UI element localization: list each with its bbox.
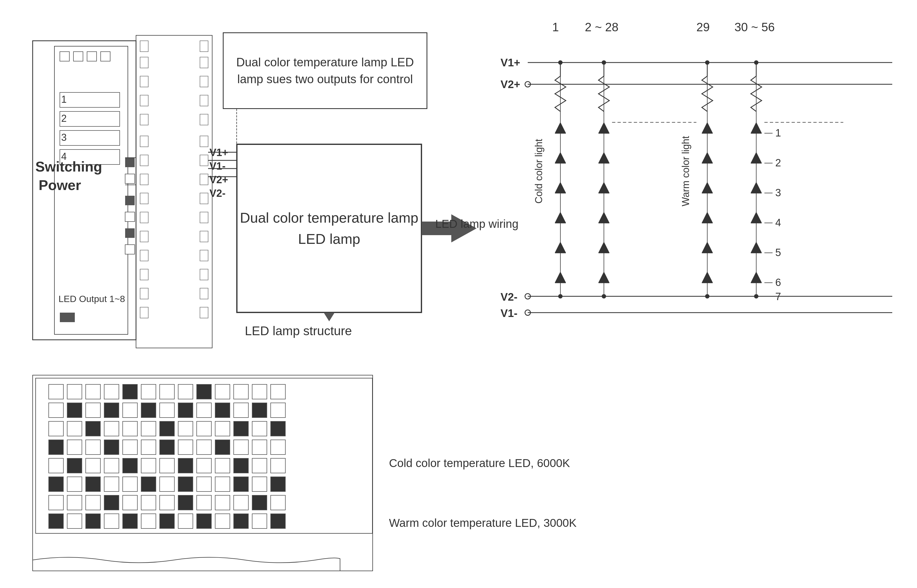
led-black xyxy=(178,458,193,473)
svg-marker-93 xyxy=(598,242,609,253)
led-white xyxy=(252,421,267,436)
svg-rect-36 xyxy=(200,95,208,106)
led-white xyxy=(122,495,138,510)
led-row-5 xyxy=(41,456,367,475)
led-black xyxy=(159,514,175,529)
led-white xyxy=(215,421,230,436)
led-white xyxy=(141,495,156,510)
led-black xyxy=(233,458,249,473)
channel-1-label: 1 xyxy=(61,94,66,105)
led-black xyxy=(178,402,193,418)
callout-box: Dual color temperature lamp LED lamp sue… xyxy=(223,32,427,109)
svg-marker-75 xyxy=(555,242,566,253)
svg-rect-34 xyxy=(200,57,208,68)
led-white xyxy=(215,477,230,492)
led-black xyxy=(252,495,267,510)
svg-marker-84 xyxy=(598,152,609,163)
svg-rect-9 xyxy=(125,212,134,221)
led-black xyxy=(49,439,64,455)
led-white xyxy=(67,514,82,529)
circuit-v2-plus: V2+ xyxy=(501,78,520,90)
led-black xyxy=(104,402,119,418)
channel-2-label: 2 xyxy=(61,113,66,124)
led-black xyxy=(86,421,100,436)
svg-marker-132 xyxy=(751,272,761,283)
svg-rect-16 xyxy=(60,313,75,322)
led-white xyxy=(122,477,138,492)
led-white xyxy=(233,384,249,399)
svg-marker-87 xyxy=(598,182,609,193)
row-num-6: 6 xyxy=(775,277,781,288)
svg-marker-81 xyxy=(598,122,609,133)
led-black xyxy=(159,421,175,436)
svg-marker-105 xyxy=(702,182,713,193)
led-white xyxy=(141,421,156,436)
svg-rect-13 xyxy=(73,52,83,61)
svg-rect-7 xyxy=(125,174,134,184)
led-white xyxy=(159,495,175,510)
led-white xyxy=(159,402,175,418)
led-white xyxy=(178,421,193,436)
led-white xyxy=(271,495,286,510)
led-grid xyxy=(36,378,373,534)
svg-point-144 xyxy=(705,294,710,299)
led-black xyxy=(271,421,286,436)
svg-marker-102 xyxy=(702,152,713,163)
led-black xyxy=(67,402,82,418)
led-black xyxy=(233,421,249,436)
led-black xyxy=(122,458,138,473)
svg-marker-120 xyxy=(751,152,761,163)
led-white xyxy=(104,421,119,436)
svg-rect-43 xyxy=(200,231,208,242)
svg-marker-72 xyxy=(555,212,566,223)
led-black xyxy=(252,402,267,418)
led-white xyxy=(49,402,64,418)
col-header-30-56: 30 ~ 56 xyxy=(734,20,775,34)
svg-rect-11 xyxy=(125,245,134,254)
led-lamp-box: Dual color temperature lamp LED lamp xyxy=(237,144,422,313)
svg-rect-25 xyxy=(140,174,148,185)
led-white xyxy=(159,458,175,473)
led-white xyxy=(215,384,230,399)
led-black xyxy=(271,477,286,492)
svg-rect-41 xyxy=(200,193,208,204)
svg-rect-20 xyxy=(140,76,148,87)
led-white xyxy=(252,514,267,529)
led-white xyxy=(49,458,64,473)
led-white xyxy=(196,439,212,455)
led-white xyxy=(215,458,230,473)
led-white xyxy=(233,495,249,510)
led-row-7 xyxy=(41,493,367,512)
svg-rect-17 xyxy=(136,36,212,348)
svg-marker-69 xyxy=(555,182,566,193)
svg-marker-99 xyxy=(702,122,713,133)
svg-marker-114 xyxy=(702,272,713,283)
led-white xyxy=(67,384,82,399)
led-black xyxy=(122,514,138,529)
led-white xyxy=(233,439,249,455)
led-white xyxy=(196,458,212,473)
svg-rect-31 xyxy=(140,288,148,299)
led-white xyxy=(215,495,230,510)
v1-minus-label: V1- xyxy=(209,160,225,172)
svg-rect-37 xyxy=(200,114,208,125)
svg-marker-111 xyxy=(702,242,713,253)
led-black xyxy=(233,477,249,492)
led-white xyxy=(271,384,286,399)
led-white xyxy=(252,384,267,399)
led-white xyxy=(122,421,138,436)
svg-marker-129 xyxy=(751,242,761,253)
led-black xyxy=(178,495,193,510)
row-num-7: 7 xyxy=(775,291,781,302)
led-white xyxy=(86,439,100,455)
circuit-v2-minus: V2- xyxy=(501,291,517,303)
svg-rect-46 xyxy=(200,288,208,299)
svg-rect-26 xyxy=(140,193,148,204)
svg-rect-6 xyxy=(125,158,134,167)
led-white xyxy=(196,402,212,418)
row-num-1: 1 xyxy=(775,127,781,139)
svg-point-141 xyxy=(754,60,758,65)
svg-rect-22 xyxy=(140,114,148,125)
led-black xyxy=(196,514,212,529)
led-black xyxy=(196,384,212,399)
